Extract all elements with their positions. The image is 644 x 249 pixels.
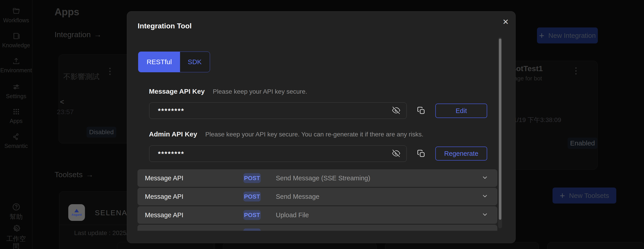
api-name: Upload File [276, 211, 482, 219]
enabled-status-button[interactable]: Enabled [568, 138, 597, 149]
chevron-down-icon [482, 174, 488, 182]
asgard-logo-icon: Asgard [68, 204, 85, 221]
api-row-send-message-sse[interactable]: Message API POST Send Message (SSE Strea… [138, 169, 497, 187]
integration-section-link[interactable]: Integration → [54, 30, 102, 39]
bot-card-timestamp: 1/19 下午3:38:09 [514, 116, 561, 124]
sidebar-item-label: Knowledge [0, 42, 32, 49]
arrow-right-icon: → [86, 170, 94, 179]
copy-icon[interactable] [417, 150, 425, 159]
new-toolsets-label: New Toolsets [569, 192, 609, 200]
toolset-name: SELENA [95, 209, 127, 217]
sidebar-item-knowledge[interactable]: Knowledge [0, 32, 32, 49]
arrow-right-icon: → [94, 30, 102, 39]
sidebar-item-semantic[interactable]: Semantic [0, 133, 32, 149]
api-name: Channel History [276, 230, 482, 231]
sidebar-item-apps[interactable]: Apps [0, 108, 32, 124]
book-icon [0, 32, 32, 40]
api-list: Message API POST Send Message (SSE Strea… [138, 169, 497, 231]
asgard-logo-text: Asgard [72, 213, 82, 216]
eye-off-icon[interactable] [392, 106, 400, 115]
method-badge: GET [243, 229, 261, 231]
close-icon[interactable]: ✕ [500, 17, 511, 26]
integration-tool-modal: Integration Tool ✕ RESTful SDK Message A… [127, 11, 516, 243]
copy-icon[interactable] [417, 106, 425, 115]
api-row-channel-history[interactable]: Admin API GET Channel History [138, 225, 497, 231]
sidebar-item-label: Environment [0, 67, 32, 74]
api-group: Message API [145, 193, 243, 200]
network-icon [0, 133, 32, 141]
sidebar: Workflows Knowledge Environment Settings… [0, 0, 32, 249]
bot-card-subtitle: age for bot [514, 75, 542, 82]
page-title: Apps [54, 6, 79, 17]
chevron-down-icon [482, 230, 488, 231]
method-badge: POST [243, 173, 261, 183]
api-group: Admin API [145, 230, 243, 231]
new-integration-label: New Integration [548, 32, 596, 39]
api-group: Message API [145, 175, 243, 182]
message-api-key-hint: Please keep your API key secure. [213, 88, 307, 95]
sidebar-item-label: Settings [0, 93, 32, 99]
message-api-key-input[interactable]: ******** [149, 102, 407, 119]
folder-icon [0, 7, 32, 15]
edit-button[interactable]: Edit [435, 104, 487, 118]
partial-card [547, 242, 644, 249]
back-chevron-icon[interactable]: < [60, 98, 64, 106]
modal-title: Integration Tool [138, 22, 192, 30]
modal-scrollbar-thumb[interactable] [499, 38, 501, 220]
eye-off-icon[interactable] [392, 149, 400, 158]
admin-api-key-hint: Please keep your API key secure. You can… [205, 131, 424, 138]
sidebar-item-environment[interactable]: Environment [0, 57, 32, 74]
sidebar-item-label: 工作空間 [6, 235, 27, 249]
sliders-icon [0, 83, 32, 91]
api-name: Send Message (SSE Streaming) [276, 175, 482, 182]
new-toolsets-button[interactable]: + New Toolsets [552, 188, 616, 204]
admin-api-key-row: Admin API Key Please keep your API key s… [149, 130, 424, 138]
help-icon [0, 203, 32, 211]
api-row-upload-file[interactable]: Message API POST Upload File [138, 206, 497, 224]
kebab-menu-icon[interactable] [109, 68, 111, 75]
kebab-menu-icon[interactable] [575, 67, 577, 74]
message-api-key-value: ******** [158, 105, 392, 116]
toolsets-heading: Toolsets [54, 170, 83, 179]
message-api-key-label: Message API Key [149, 88, 204, 95]
sidebar-item-label: Semantic [0, 143, 32, 149]
tab-restful[interactable]: RESTful [138, 52, 180, 72]
plus-icon: + [539, 31, 544, 40]
method-badge: POST [243, 192, 261, 202]
api-group: Message API [145, 211, 243, 219]
tab-sdk[interactable]: SDK [180, 52, 209, 72]
integration-card-title: 不影響測試 [63, 72, 99, 82]
integration-heading: Integration [54, 30, 91, 39]
admin-api-key-value: ******** [158, 148, 392, 159]
sidebar-item-label: Workflows [0, 17, 32, 24]
admin-api-key-input[interactable]: ******** [149, 145, 407, 162]
upload-icon [0, 57, 32, 65]
api-row-send-message[interactable]: Message API POST Send Message [138, 188, 497, 205]
sidebar-item-settings[interactable]: Settings [0, 83, 32, 99]
toolsets-section-link[interactable]: Toolsets → [54, 170, 94, 179]
message-api-key-row: Message API Key Please keep your API key… [149, 88, 307, 95]
chevron-down-icon [482, 211, 488, 219]
grid-icon [0, 108, 32, 116]
admin-api-key-label: Admin API Key [149, 130, 197, 138]
sidebar-item-help[interactable]: 幫助 [0, 203, 32, 221]
sidebar-item-label: Apps [0, 118, 32, 124]
gear-icon [0, 225, 32, 233]
chevron-down-icon [482, 193, 488, 200]
tab-group: RESTful SDK [138, 51, 210, 72]
app-screen: Workflows Knowledge Environment Settings… [0, 0, 644, 249]
method-badge: POST [243, 210, 261, 220]
plus-icon: + [560, 191, 565, 200]
disabled-status-button[interactable]: Disabled [86, 127, 116, 138]
new-integration-button[interactable]: + New Integration [537, 27, 598, 43]
integration-card-time: 23:57 [57, 108, 74, 116]
regenerate-button[interactable]: Regenerate [435, 147, 487, 161]
api-name: Send Message [276, 193, 482, 200]
sidebar-item-workflows[interactable]: Workflows [0, 7, 32, 24]
sidebar-item-workspace[interactable]: 工作空間 [0, 225, 32, 249]
asgard-triangle [74, 209, 79, 212]
sidebar-item-label: 幫助 [6, 213, 27, 221]
